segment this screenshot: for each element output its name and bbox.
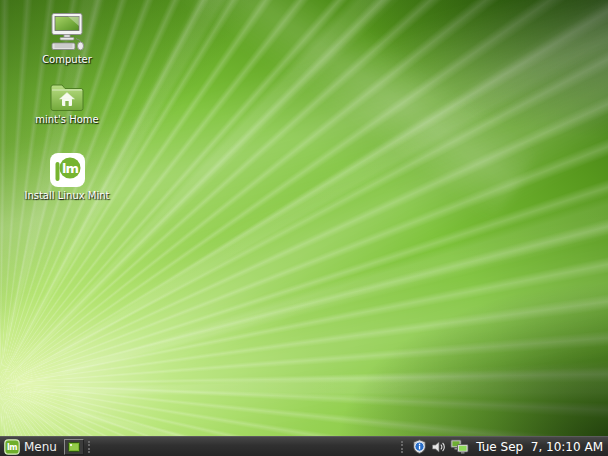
desktop-wallpaper [0,0,608,436]
mint-menu-icon: lm [4,439,20,455]
linuxmint-logo-icon: lm [49,150,86,188]
network-icon[interactable] [450,439,469,454]
desktop-icon-label: Computer [42,54,92,65]
svg-text:lm: lm [7,443,17,452]
menu-button[interactable]: lm Menu [0,437,62,456]
system-tray: Tue Sep 7, 10:10 AM [400,439,608,454]
desktop-icon-install-linux-mint[interactable]: lm Install Linux Mint [24,150,110,201]
applet-drag-handle[interactable] [88,441,94,453]
applet-drag-handle[interactable] [401,441,407,453]
svg-text:lm: lm [61,161,77,176]
desktop-icon-label: Install Linux Mint [24,190,109,201]
desktop-icon-home[interactable]: mint's Home [24,80,110,125]
home-folder-icon [49,80,85,112]
desktop-icon-computer[interactable]: Computer [24,10,110,65]
light-streak [0,0,608,436]
desktop-screen: Computer mint's Home [0,0,608,456]
light-streak [54,168,608,436]
volume-icon[interactable] [431,440,446,454]
menu-button-label: Menu [24,440,57,454]
update-manager-shield-icon[interactable] [412,439,427,454]
show-desktop-button[interactable] [64,439,84,455]
computer-icon [46,10,88,52]
taskbar-panel: lm Menu [0,436,608,456]
desktop-icon-label: mint's Home [35,114,98,125]
clock[interactable]: Tue Sep 7, 10:10 AM [476,440,603,454]
show-desktop-icon [68,442,80,452]
